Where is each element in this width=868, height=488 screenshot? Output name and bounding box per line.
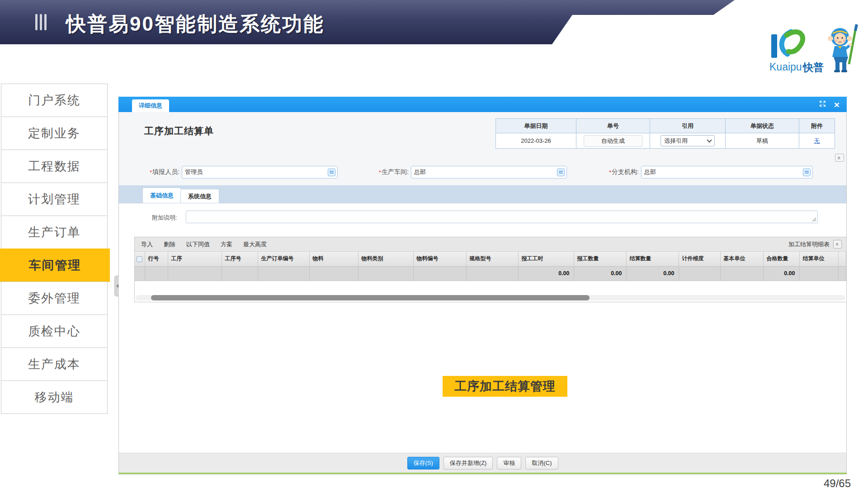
- document-status-value: 草稿: [726, 133, 799, 149]
- monkey-king-mascot-icon: [828, 24, 857, 72]
- col-process[interactable]: 工序: [168, 252, 222, 266]
- cancel-button[interactable]: 取消(C): [525, 457, 558, 469]
- list-picker-icon[interactable]: [557, 169, 565, 176]
- col-document-status: 单据状态: [726, 119, 799, 133]
- col-settlement-qty[interactable]: 结算数量: [626, 252, 679, 266]
- dialog-bottom-green-line: [118, 473, 847, 474]
- col-material-no[interactable]: 物料编号: [413, 252, 466, 266]
- tab-detail-info[interactable]: 详细信息: [132, 99, 169, 112]
- col-process-no[interactable]: 工序号: [222, 252, 258, 266]
- toolbar-import-button[interactable]: 导入: [141, 240, 153, 249]
- toolbar-scheme-button[interactable]: 方案: [221, 240, 232, 249]
- kuaipu-logo: Kuaipu 快普: [768, 23, 864, 76]
- branch-field-label: 分支机构:: [612, 168, 639, 176]
- save-and-new-button[interactable]: 保存并新增(Z): [443, 457, 493, 469]
- sidebar-item-workshop-management[interactable]: 车间管理: [0, 249, 110, 282]
- col-piece-dimension[interactable]: 计件维度: [679, 252, 720, 266]
- branch-input-box: [641, 166, 813, 178]
- sidebar-item-custom-business[interactable]: 定制业务: [1, 117, 108, 150]
- list-picker-icon[interactable]: [328, 169, 335, 176]
- col-settlement-unit[interactable]: 结算单位: [799, 252, 838, 266]
- tab-system-info[interactable]: 系统信息: [180, 189, 219, 203]
- document-number-value: 自动生成: [584, 135, 642, 147]
- save-button[interactable]: 保存(S): [407, 457, 439, 469]
- panel-collapse-left-tab[interactable]: [114, 276, 119, 296]
- title-bars-decoration: [35, 14, 47, 30]
- col-reported-hours[interactable]: 报工工时: [518, 252, 574, 266]
- sidebar-item-engineering-data[interactable]: 工程数据: [1, 150, 108, 183]
- branch-input[interactable]: [644, 166, 801, 178]
- col-reference: 引用: [650, 119, 726, 133]
- logo-brand-en: Kuaipu: [769, 61, 802, 73]
- sidebar-menu: 门户系统 定制业务 工程数据 计划管理 生产订单 车间管理 委外管理 质检中心 …: [1, 84, 108, 414]
- note-row: 附加说明:: [119, 211, 846, 223]
- reported-qty-total: 0.00: [574, 266, 626, 281]
- sidebar-item-production-cost[interactable]: 生产成本: [1, 347, 108, 381]
- feature-highlight-label: 工序加工结算管理: [443, 376, 567, 397]
- kp-monogram-icon: [771, 32, 803, 58]
- sidebar-item-mobile[interactable]: 移动端: [1, 380, 108, 414]
- toolbar-max-height-button[interactable]: 最大高度: [243, 240, 267, 249]
- document-date-value: 2022-03-26: [496, 133, 576, 149]
- collapse-header-button[interactable]: «: [835, 154, 844, 162]
- slide-title: 快普易90智能制造系统功能: [66, 11, 325, 38]
- list-picker-icon[interactable]: [803, 169, 811, 176]
- col-qualified-qty[interactable]: 合格数量: [763, 252, 799, 266]
- note-input[interactable]: [189, 211, 810, 223]
- col-material-category[interactable]: 物料类别: [358, 252, 413, 266]
- dialog-titlebar: 详细信息 ×: [118, 97, 847, 112]
- col-spec-model[interactable]: 规格型号: [466, 252, 518, 266]
- sidebar-item-outsourcing[interactable]: 委外管理: [1, 282, 108, 315]
- attachment-link[interactable]: 无: [814, 137, 820, 144]
- required-mark: *: [150, 169, 152, 176]
- logo-brand-cn: 快普: [802, 61, 824, 73]
- col-material[interactable]: 物料: [309, 252, 358, 266]
- close-icon[interactable]: ×: [834, 100, 840, 109]
- col-production-order-no[interactable]: 生产订单编号: [258, 252, 309, 266]
- detail-grid-table: 行号 工序 工序号 生产订单编号 物料 物料类别 物料编号 规格型号 报工工时 …: [135, 252, 846, 281]
- toolbar-delete-button[interactable]: 删除: [164, 240, 175, 249]
- tab-basic-info[interactable]: 基础信息: [142, 188, 181, 203]
- sidebar-item-plan-management[interactable]: 计划管理: [1, 183, 108, 216]
- resize-handle-icon[interactable]: [812, 217, 816, 222]
- reported-hours-total: 0.00: [518, 266, 574, 281]
- select-all-checkbox[interactable]: [137, 256, 142, 262]
- reporter-field-label: 填报人员:: [152, 168, 179, 176]
- sidebar-item-portal[interactable]: 门户系统: [1, 84, 108, 117]
- dialog-footer: 保存(S) 保存并新增(Z) 审核 取消(C): [119, 453, 846, 473]
- collapse-grid-button[interactable]: «: [833, 240, 842, 249]
- workshop-input[interactable]: [414, 166, 555, 178]
- col-attachment: 附件: [799, 119, 835, 133]
- required-mark: *: [379, 169, 381, 176]
- col-row-no[interactable]: 行号: [145, 252, 168, 266]
- horizontal-scrollbar-track[interactable]: [136, 295, 845, 300]
- chevron-up-double-icon: «: [836, 156, 842, 159]
- grid-panel-label: 加工结算明细表: [788, 240, 830, 249]
- fullscreen-icon[interactable]: [819, 100, 826, 109]
- note-label: 附加说明:: [152, 214, 177, 222]
- reference-select[interactable]: 选择引用: [660, 135, 715, 146]
- workshop-input-box: [411, 166, 567, 178]
- col-base-unit[interactable]: 基本单位: [720, 252, 763, 266]
- chevron-left-icon: [114, 284, 118, 288]
- col-reported-qty[interactable]: 报工数量: [574, 252, 626, 266]
- sidebar-item-quality-center[interactable]: 质检中心: [1, 314, 108, 348]
- page-number: 49/65: [824, 477, 851, 488]
- sidebar-item-production-order[interactable]: 生产订单: [1, 216, 108, 249]
- col-document-number: 单号: [576, 119, 650, 133]
- note-input-box: [186, 211, 818, 223]
- settlement-qty-total: 0.00: [626, 266, 679, 281]
- reporter-input[interactable]: [185, 166, 326, 178]
- chevron-up-double-icon: «: [835, 243, 840, 246]
- detail-dialog: 详细信息 × 工序加工结算单 单据日期 单号 引用 单据状态 附件 2022-0…: [118, 97, 847, 474]
- form-title: 工序加工结算单: [144, 125, 214, 137]
- inner-tab-strip: 基础信息 系统信息: [119, 185, 846, 203]
- horizontal-scrollbar-thumb[interactable]: [151, 295, 590, 300]
- chevron-down-icon: [707, 137, 712, 142]
- audit-button[interactable]: 审核: [497, 457, 521, 469]
- detail-grid-panel: 导入 删除 以下同值 方案 最大高度 加工结算明细表 « 行号 工序 工序号 生…: [134, 237, 847, 302]
- required-mark: *: [609, 169, 611, 176]
- toolbar-same-below-button[interactable]: 以下同值: [186, 240, 210, 249]
- grid-summary-row[interactable]: 0.00 0.00 0.00 0.00: [135, 266, 846, 281]
- slide-header-band: 快普易90智能制造系统功能: [0, 0, 868, 44]
